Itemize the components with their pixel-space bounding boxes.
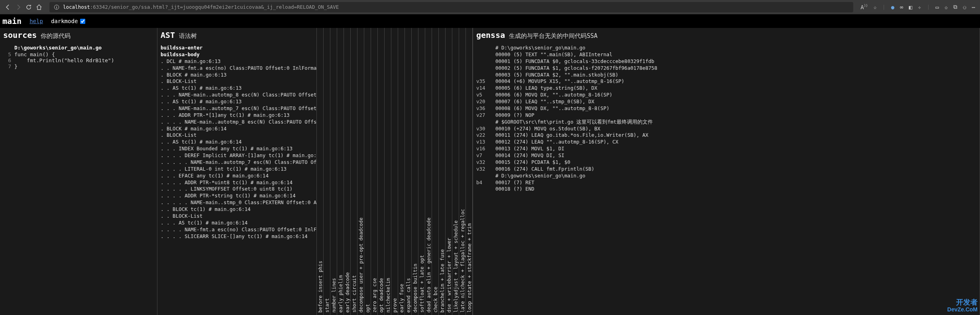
ast-line: . BLOCK-List	[161, 78, 313, 85]
genssa-title: genssa	[476, 30, 505, 40]
ssa-header: main help darkmode	[0, 14, 980, 28]
ast-line: . . BLOCK-List	[161, 213, 313, 220]
genssa-row: v3200016 (274) CALL fmt.Fprintln(SB)	[476, 166, 976, 173]
main-area: sources 你的源代码 D:\goworks\senior_go\main.…	[0, 28, 980, 315]
browser-toolbar: localhost:63342/senior_go/ssa.html?_ijt=…	[0, 0, 980, 14]
genssa-row: 00000 (5) TEXT "".main(SB), ABIInternal	[476, 51, 976, 58]
pass-column[interactable]: softfloat + late opt	[418, 28, 425, 315]
pass-column[interactable]: early phielim	[337, 28, 344, 315]
pass-column[interactable]: start	[324, 28, 330, 315]
infinity-icon[interactable]: ∞	[900, 4, 903, 10]
ast-line: . . . . ADDR PTR-*uint8 tc(1) # main.go:…	[161, 179, 313, 186]
ast-line: . . . EFACE any tc(1) # main.go:6:14	[161, 173, 313, 179]
read-aloud-icon[interactable]: A))	[860, 4, 868, 10]
ast-line: . . . . SLICEARR SLICE-[]any tc(1) # mai…	[161, 233, 313, 240]
genssa-row: v1600013 (274) MOVL $1, DI	[476, 146, 976, 152]
genssa-row: v3600008 (6) MOVQ DX, ""..autotmp_8-8(SP…	[476, 105, 976, 112]
genssa-row: v700014 (274) MOVQ DI, SI	[476, 152, 976, 159]
pass-column[interactable]: dse + writebarrier + lower	[446, 28, 452, 315]
ast-line: . . . . NAME-main..autotmp_8 esc(N) Clas…	[161, 119, 313, 126]
address-bar[interactable]: localhost:63342/senior_go/ssa.html?_ijt=…	[49, 2, 853, 12]
pass-column[interactable]: zero arg cse	[371, 28, 378, 315]
ast-line: . DCL # main.go:6:13	[161, 58, 313, 65]
pass-column[interactable]: branchelim + late fuse	[439, 28, 446, 315]
page-title: main	[2, 16, 22, 26]
url-text: localhost:63342/senior_go/ssa.html?_ijt=…	[63, 4, 339, 10]
pass-column[interactable]: loop rotate + stackframe + trim	[466, 28, 473, 315]
passes-column: before insert phisstartnumber linesearly…	[317, 28, 473, 315]
ast-lines: buildssa-enterbuildssa-body. DCL # main.…	[161, 45, 313, 240]
pass-column[interactable]: dead auto elim + generic deadcode	[425, 28, 432, 315]
home-button[interactable]	[36, 4, 42, 10]
sidebar-icon[interactable]: ▭	[935, 4, 939, 10]
ast-column: AST 语法树 buildssa-enterbuildssa-body. DCL…	[157, 28, 317, 315]
ast-line: . . . . . LINKSYMOFFSET Offset:0 uint8 t…	[161, 186, 313, 193]
extensions-icon[interactable]: ✧	[918, 4, 921, 10]
sources-title: sources	[3, 30, 37, 40]
more-icon[interactable]: ⋯	[972, 4, 975, 10]
pass-column[interactable]: late nilcheck + flagalloc + regalloc	[459, 28, 466, 315]
ast-title: AST	[161, 30, 175, 40]
pass-column[interactable]: check bce	[432, 28, 439, 315]
genssa-row: 00003 (5) FUNCDATA $2, "".main.stkobj(SB…	[476, 72, 976, 79]
favorites-bar-icon[interactable]: ✩	[945, 4, 948, 10]
source-file-path: D:\goworks\senior_go\main.go	[3, 45, 154, 51]
source-line: 6 fmt.Println("hello RdrB1te")	[3, 57, 154, 63]
source-lines: 5func main() {6 fmt.Println("hello RdrB1…	[3, 51, 154, 69]
pass-column[interactable]: prove	[391, 28, 398, 315]
ast-line: . BLOCK # main.go:6:13	[161, 72, 313, 79]
genssa-row: 00018 (?) END	[476, 186, 976, 193]
ast-line: . BLOCK-List	[161, 132, 313, 139]
darkmode-toggle[interactable]: darkmode	[51, 18, 85, 24]
profile-icon[interactable]: ⚇	[963, 4, 966, 10]
genssa-row: v2200011 (274) LEAQ go.itab.*os.File,io.…	[476, 132, 976, 139]
pass-column[interactable]: decompose user + pre-opt deadcode	[357, 28, 364, 315]
sources-subtitle: 你的源代码	[41, 32, 71, 40]
genssa-row: v2700009 (?) NOP	[476, 112, 976, 119]
pass-column[interactable]: opt deadcode	[378, 28, 385, 315]
browser-right-icons: A)) ☆ | ● ∞ ◧ ✧ | ▭ ✩ ⧉ ⚇ ⋯	[860, 4, 975, 10]
ast-line: . . . . . NAME-main..stmp_0 Class:PEXTER…	[161, 199, 313, 206]
ast-line: . . . ADDR PTR-*[1]any tc(1) # main.go:6…	[161, 112, 313, 119]
back-button[interactable]	[5, 4, 11, 10]
pass-column[interactable]: likelyadjust + layout + schedule	[452, 28, 459, 315]
source-line: 5func main() {	[3, 51, 154, 57]
pass-column[interactable]: expand calls	[405, 28, 412, 315]
genssa-row: v3500004 (+6) MOVUPS X15, ""..autotmp_8-…	[476, 78, 976, 85]
svg-point-1	[56, 6, 57, 6]
genssa-row: v500006 (6) MOVQ DX, ""..autotmp_8-16(SP…	[476, 92, 976, 98]
genssa-row: v2000007 (6) LEAQ ""..stmp_0(SB), DX	[476, 98, 976, 105]
ast-line: . . . . DEREF Implicit ARRAY-[1]any tc(1…	[161, 152, 313, 159]
pass-column[interactable]: number lines	[330, 28, 337, 315]
genssa-row: b400017 (7) RET	[476, 179, 976, 186]
ast-line: . . . AS tc(1) # main.go:6:14	[161, 220, 313, 226]
pass-column[interactable]: decompose builtin	[412, 28, 418, 315]
genssa-row: # $GOROOT\src\fmt\print.go 这里可以看到fmt最终调用…	[476, 119, 976, 126]
pass-column[interactable]: early fuse	[398, 28, 405, 315]
watermark: 开发者 DevZe.CoM	[947, 299, 978, 313]
forward-button[interactable]	[15, 4, 22, 10]
svg-rect-2	[56, 7, 57, 8]
pass-column[interactable]: before insert phis	[317, 28, 324, 315]
pass-column[interactable]: nilcheckelim	[385, 28, 391, 315]
pass-column[interactable]: early deadcode	[344, 28, 351, 315]
genssa-row: v3200015 (274) PCDATA $1, $0	[476, 159, 976, 166]
pass-column[interactable]: short circuit	[351, 28, 357, 315]
collections-icon[interactable]: ⧉	[953, 4, 957, 10]
genssa-body: # D:\goworks\senior_go\main.go00000 (5) …	[476, 45, 976, 193]
panel-icon[interactable]: ◧	[909, 4, 912, 10]
favorite-icon[interactable]: ☆	[873, 4, 876, 10]
genssa-row: v1400005 (6) LEAQ type.string(SB), DX	[476, 85, 976, 92]
ast-line: . . AS tc(1) # main.go:6:14	[161, 139, 313, 146]
sources-column: sources 你的源代码 D:\goworks\senior_go\main.…	[0, 28, 157, 315]
pass-column[interactable]: opt	[364, 28, 371, 315]
refresh-button[interactable]	[26, 4, 32, 10]
status-dot-icon[interactable]: ●	[891, 4, 894, 10]
darkmode-checkbox[interactable]	[80, 19, 85, 24]
ast-line: . . . . NAME-fmt.a esc(no) Class:PAUTO O…	[161, 226, 313, 233]
ast-line: . . BLOCK tc(1) # main.go:6:14	[161, 206, 313, 213]
help-link[interactable]: help	[29, 18, 43, 24]
ast-line: . . . NAME-main..autotmp_7 esc(N) Class:…	[161, 105, 313, 112]
genssa-row: 00001 (5) FUNCDATA $0, gclocals·33cdeccc…	[476, 58, 976, 65]
genssa-row: 00002 (5) FUNCDATA $1, gclocals·f207267f…	[476, 65, 976, 72]
